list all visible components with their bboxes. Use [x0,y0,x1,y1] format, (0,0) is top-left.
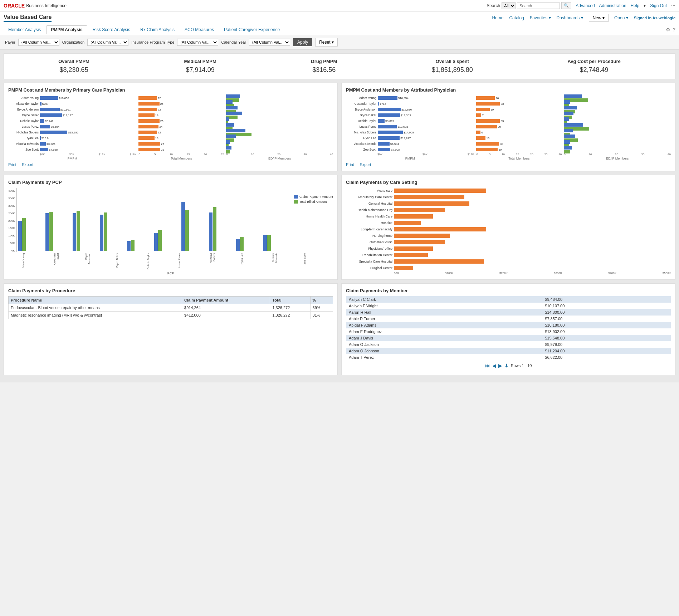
ed-hbar-row [226,147,333,152]
col-billed-bar [158,230,162,251]
org-select[interactable]: (All Column Val... [87,39,128,46]
hbar-provider-label: Adam Young [346,96,376,100]
tab-rx-claim[interactable]: Rx Claim Analysis [136,25,179,34]
hbar-bar [378,142,390,146]
member-hbar-row: 19 [476,107,562,112]
member-count-label: 24 [159,125,162,128]
proc-col-name: Procedure Name [9,297,182,304]
hbar-bar [40,119,44,123]
hbar-bar-area: $2,141 [40,119,136,123]
open-link[interactable]: Open ▾ [614,15,628,20]
tab-risk-score[interactable]: Risk Score Analysis [88,25,135,34]
help-link[interactable]: Help [631,3,640,8]
attr-export-link[interactable]: - Export [357,162,371,167]
member-bar-area: 33 [476,102,562,106]
hbar-row: Nicholas Sobers$15,292 [8,130,136,135]
hbar-bar [40,102,41,106]
new-button[interactable]: New ▾ [589,14,609,22]
member-bar-area: 19 [138,113,224,117]
kpi-overall-pmpm-value: $8,230.65 [58,66,89,74]
member-count-label: 29 [498,125,501,128]
member-bar-area: 29 [476,125,562,128]
claim-pcp-legend: Claim Payment Amount Total Billed Amount [294,195,333,204]
pg-prev[interactable]: ◀ [492,363,496,368]
proc-cell-pct: 69% [310,304,333,312]
pmpm-attr-print-export: Print - Export [346,162,671,167]
hbar-row: Debbie Taylor$2,141 [8,118,136,123]
tab-caregiver[interactable]: Patient Caregiver Experience [219,25,284,34]
member-hbar-row: 25 [138,101,224,106]
hbar-provider-label: Debbie Taylor [8,119,39,123]
hbar-row: Nicholas Sobers$14,009 [346,130,474,135]
member-bar [476,125,497,128]
tab-pmpm-analysis[interactable]: PMPM Analysis [46,25,87,34]
pmpm-pcp-title: PMPM Cost and Members by Primary Care Ph… [8,87,333,93]
care-setting-row: Physicians' office [346,246,671,251]
program-select[interactable]: (All Column Val... [177,39,218,46]
claim-care-panel: Claim Payments by Care Setting Acute car… [341,175,675,280]
ed-blue-bar [564,129,573,132]
hbar-provider-label: Lucas Perez [346,125,376,128]
hbar-bar [378,108,401,111]
search-button[interactable]: 🔍 [561,2,571,9]
ed-blue-bar [226,112,242,115]
care-setting-bar [394,227,486,231]
help-icon[interactable]: ? [673,27,675,33]
hbar-value-label: $10,683 [397,125,408,128]
more-icon[interactable]: ⋯ [671,3,675,8]
member-count-label: 19 [155,137,158,140]
charts-row-3: Claim Payments by Procedure Procedure Na… [4,283,675,375]
signout-link[interactable]: Sign Out [650,3,667,8]
care-setting-bar [394,240,445,244]
member-bar-area: 6 [476,131,562,134]
home-link[interactable]: Home [492,15,503,20]
member-count-label: 30 [498,148,502,151]
apply-button[interactable]: Apply [293,38,312,46]
member-hbar-row: 33 [476,118,562,123]
second-bar: Value Based Care Home Catalog Favorites … [0,11,679,24]
ed-blue-bar [564,112,573,115]
favorites-link[interactable]: Favorites ▾ [530,15,551,20]
care-setting-row: Outpatient clinic [346,239,671,245]
hbar-bar [40,136,41,140]
dashboards-link[interactable]: Dashboards ▾ [557,15,583,20]
member-count-label: 19 [490,108,494,111]
attr-print-link[interactable]: Print [346,162,354,167]
hbar-row: Zoe Scott$4,558 [8,147,136,152]
hbar-bar [378,136,400,140]
proc-cell-total: 1,326,272 [270,304,310,312]
search-input[interactable] [517,3,560,9]
export-link[interactable]: - Export [20,162,34,167]
hbar-value-label: $767 [42,102,49,106]
hbar-bar [378,125,397,128]
hbar-row: Alexander Taylor$767 [8,101,136,106]
administration-link[interactable]: Administration [599,3,626,8]
payer-select[interactable]: (All Column Val... [18,39,59,46]
tab-icons: ⚙ ? [666,27,675,33]
hbar-provider-label: Zoe Scott [8,148,39,151]
hbar-row: Lucas Perez$5,554 [8,124,136,129]
reset-button[interactable]: Reset ▾ [315,38,338,47]
pg-export[interactable]: ⬇ [504,363,509,368]
ed-blue-bar [226,146,231,150]
catalog-link[interactable]: Catalog [509,15,524,20]
pg-first[interactable]: ⏮ [485,363,490,368]
member-bar-area: 26 [476,96,562,100]
search-type-select[interactable]: All [502,2,516,9]
hbar-bar-area: $10,954 [378,96,474,100]
pg-next[interactable]: ▶ [498,363,502,368]
hbar-provider-label: Zoe Scott [346,148,376,151]
hbar-value-label: $714 [380,102,386,106]
tab-aco[interactable]: ACO Measures [180,25,219,34]
settings-icon[interactable]: ⚙ [666,27,670,33]
member-bar [138,96,157,100]
tab-member-analysis[interactable]: Member Analysis [4,25,45,34]
program-label: Insurance Program Type [131,40,174,44]
ed-blue-bar [226,117,229,121]
print-link[interactable]: Print [8,162,16,167]
pmpm-attr-charts: Adam Young$10,954Alexander Taylor$714Bry… [346,96,671,160]
legend-claim-label: Claim Payment Amount [299,195,333,199]
hbar-bar-area: $714 [378,102,474,106]
calendar-select[interactable]: (All Column Val... [249,39,290,46]
advanced-link[interactable]: Advanced [576,3,595,8]
